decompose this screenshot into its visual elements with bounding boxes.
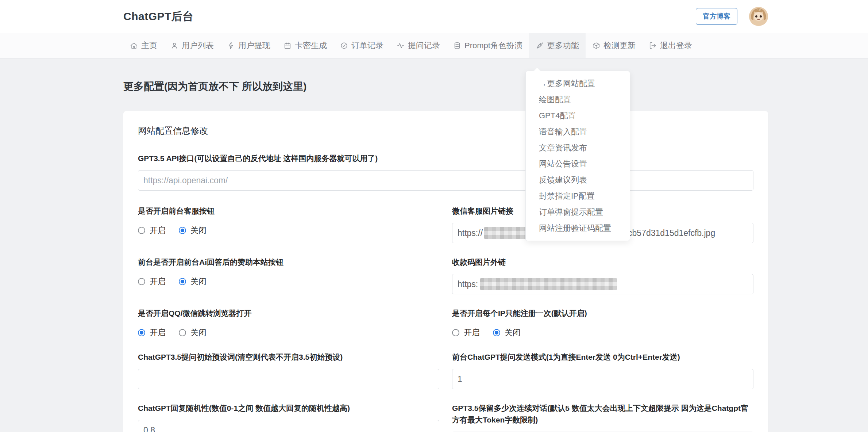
field-label: GPT3.5保留多少次连续对话(默认5 数值太大会出现上下文超限提示 因为这是C… [452, 402, 753, 426]
main-content: 更多配置(因为首页放不下 所以放到这里) 网站配置信息修改 GPT3.5 API… [123, 58, 768, 432]
preset-words-input[interactable] [138, 369, 439, 389]
field-label: GPT3.5 API接口(可以设置自己的反代地址 这样国内服务器就可以用了) [138, 153, 753, 164]
page-title: 更多配置(因为首页放不下 所以放到这里) [123, 80, 768, 93]
field-label: 前台ChatGPT提问发送模式(1为直接Enter发送 0为Ctrl+Enter… [452, 351, 753, 363]
dropdown-item-site-announcement[interactable]: 网站公告设置 [526, 156, 630, 172]
official-blog-button[interactable]: 官方博客 [696, 8, 737, 25]
dropdown-item-feedback-list[interactable]: 反馈建议列表 [526, 172, 630, 188]
randomness-input[interactable] [138, 420, 439, 432]
send-mode-input[interactable] [452, 369, 753, 389]
field-api-endpoint: GPT3.5 API接口(可以设置自己的反代地址 这样国内服务器就可以用了) [138, 153, 753, 191]
radio-input[interactable] [179, 278, 186, 285]
header: ChatGPT后台 官方博客 [0, 0, 868, 33]
field-payment-code-link: 收款码图片外链 https: [452, 256, 753, 294]
avatar[interactable] [749, 7, 768, 26]
radio-input[interactable] [179, 227, 186, 234]
radio-service-on[interactable]: 开启 [138, 225, 166, 236]
api-endpoint-input[interactable] [138, 170, 753, 191]
nav-item-orders[interactable]: 订单记录 [333, 33, 390, 58]
nav-label: 提问记录 [408, 40, 440, 51]
nav-item-question-log[interactable]: 提问记录 [390, 33, 447, 58]
field-send-mode: 前台ChatGPT提问发送模式(1为直接Enter发送 0为Ctrl+Enter… [452, 351, 753, 389]
nav-item-withdraw[interactable]: 用户提现 [220, 33, 277, 58]
field-ip-register-once: 是否开启每个IP只能注册一次(默认开启) 开启 关闭 [452, 307, 753, 338]
calendar-icon [283, 42, 292, 50]
package-icon [592, 42, 600, 50]
radio-label: 开启 [150, 327, 166, 338]
field-context-count: GPT3.5保留多少次连续对话(默认5 数值太大会出现上下文超限提示 因为这是C… [452, 402, 753, 432]
dropdown-item-register-captcha-config[interactable]: 网站注册验证码配置 [526, 220, 630, 236]
user-icon [170, 42, 178, 50]
field-sponsor-button: 前台是否开启前台Ai回答后的赞助本站按钮 开启 关闭 [138, 256, 439, 287]
nav-item-check-update[interactable]: 检测更新 [586, 33, 642, 58]
redacted-blur [480, 278, 617, 290]
radio-service-off[interactable]: 关闭 [179, 225, 207, 236]
home-icon [130, 42, 138, 50]
field-label: ChatGPT3.5提问初始预设词(清空则代表不开启3.5初始预设) [138, 351, 439, 363]
nav-label: Prompt角色扮演 [464, 40, 522, 51]
radio-input[interactable] [138, 329, 145, 336]
radio-input[interactable] [493, 329, 500, 336]
nav-label: 检测更新 [603, 40, 636, 51]
radio-input[interactable] [138, 278, 145, 285]
radio-label: 开启 [464, 327, 480, 338]
main-nav: 主页 用户列表 用户提现 卡密生成 [0, 33, 868, 58]
payment-code-input[interactable]: https: [452, 274, 753, 294]
radio-label: 开启 [150, 225, 166, 236]
nav-item-more-features[interactable]: 更多功能 [529, 33, 586, 58]
radio-qqjump-on[interactable]: 开启 [138, 327, 166, 338]
field-service-button: 是否开启前台客服按钮 开启 关闭 [138, 205, 439, 236]
radio-ipreg-off[interactable]: 关闭 [493, 327, 521, 338]
nav-label: 退出登录 [660, 40, 692, 51]
radio-label: 关闭 [505, 327, 521, 338]
dropdown-item-ban-ip-config[interactable]: 封禁指定IP配置 [526, 188, 630, 204]
nav-item-user-list[interactable]: 用户列表 [164, 33, 220, 58]
card-title: 网站配置信息修改 [138, 125, 753, 137]
dropdown-item-drawing-config[interactable]: 绘图配置 [526, 92, 630, 108]
check-circle-icon [340, 42, 348, 50]
nav-item-home[interactable]: 主页 [123, 33, 164, 58]
radio-label: 关闭 [190, 276, 207, 287]
field-randomness: ChatGPT回复随机性(数值0-1之间 数值越大回复的随机性越高) [138, 402, 439, 432]
database-icon [453, 42, 461, 50]
lightning-icon [227, 42, 235, 50]
field-label: 是否开启每个IP只能注册一次(默认开启) [452, 307, 753, 319]
dropdown-item-more-site-config[interactable]: →更多网站配置 [526, 76, 630, 92]
nav-label: 主页 [141, 40, 157, 51]
radio-input[interactable] [179, 329, 186, 336]
nav-item-prompt-roleplay[interactable]: Prompt角色扮演 [447, 33, 529, 58]
radio-sponsor-off[interactable]: 关闭 [179, 276, 207, 287]
site-config-card: 网站配置信息修改 GPT3.5 API接口(可以设置自己的反代地址 这样国内服务… [123, 111, 768, 432]
logout-icon [649, 42, 657, 50]
field-label: 收款码图片外链 [452, 256, 753, 268]
nav-label: 卡密生成 [295, 40, 327, 51]
nav-item-card-keys[interactable]: 卡密生成 [277, 33, 333, 58]
dropdown-item-order-popup-config[interactable]: 订单弹窗提示配置 [526, 204, 630, 220]
radio-qqjump-off[interactable]: 关闭 [179, 327, 207, 338]
dropdown-item-gpt4-config[interactable]: GPT4配置 [526, 108, 630, 124]
radio-input[interactable] [452, 329, 459, 336]
radio-ipreg-on[interactable]: 开启 [452, 327, 480, 338]
activity-icon [397, 42, 405, 50]
radio-sponsor-on[interactable]: 开启 [138, 276, 166, 287]
radio-input[interactable] [138, 227, 145, 234]
field-label: ChatGPT回复随机性(数值0-1之间 数值越大回复的随机性越高) [138, 402, 439, 414]
dropdown-item-voice-input-config[interactable]: 语音输入配置 [526, 124, 630, 140]
url-prefix: https:// [458, 228, 483, 238]
field-preset-words: ChatGPT3.5提问初始预设词(清空则代表不开启3.5初始预设) [138, 351, 439, 389]
radio-label: 关闭 [190, 327, 207, 338]
app-title: ChatGPT后台 [123, 9, 194, 24]
url-suffix: cb57d31d15d1efcfb.jpg [628, 228, 715, 238]
radio-label: 开启 [150, 276, 166, 287]
avatar-image [749, 7, 768, 26]
radio-label: 关闭 [190, 225, 207, 236]
nav-label: 更多功能 [547, 40, 579, 51]
url-prefix: https: [458, 279, 478, 289]
dropdown-item-article-publish[interactable]: 文章资讯发布 [526, 140, 630, 156]
more-features-dropdown: →更多网站配置 绘图配置 GPT4配置 语音输入配置 文章资讯发布 网站公告设置… [525, 71, 630, 241]
pen-icon [536, 42, 544, 50]
nav-label: 用户提现 [238, 40, 270, 51]
nav-item-logout[interactable]: 退出登录 [642, 33, 699, 58]
nav-label: 订单记录 [351, 40, 383, 51]
field-label: 是否开启QQ/微信跳转浏览器打开 [138, 307, 439, 319]
